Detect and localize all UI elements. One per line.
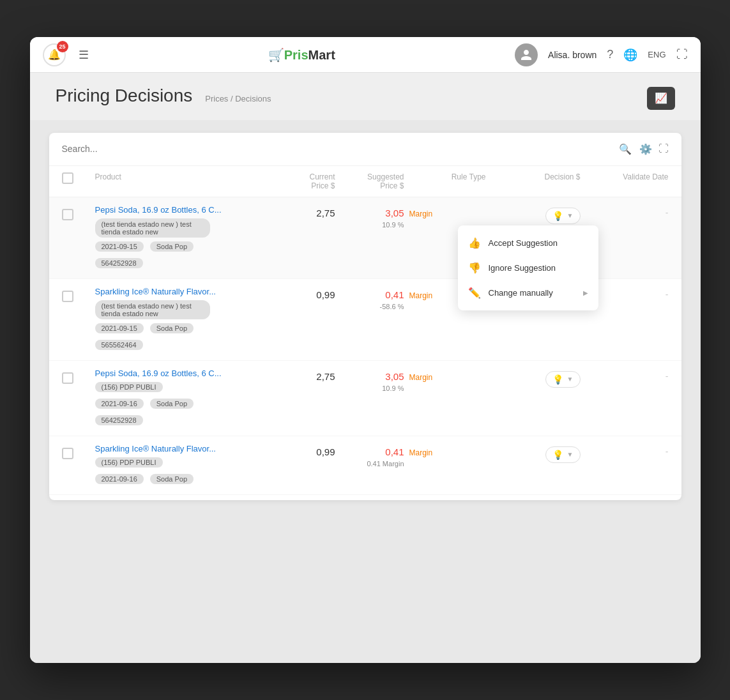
suggested-price-cell-2: 0,41 -58.6 % (340, 287, 404, 310)
product-tags-2: (test tienda estado new ) test tienda es… (95, 300, 266, 319)
filter-icon[interactable]: ⚙️ (639, 143, 652, 155)
rule-type-3: Margin (409, 369, 486, 383)
help-icon[interactable]: ? (607, 48, 613, 61)
validate-1: - (586, 205, 669, 218)
dropdown-arrow-4: ▼ (567, 451, 574, 458)
col-decision: Decision $ (491, 172, 581, 190)
product-tag-cat-4: Soda Pop (150, 474, 194, 484)
suggested-price-pct-2: -58.6 % (340, 303, 404, 310)
trend-button[interactable]: 📈 (647, 87, 675, 110)
header-actions: 📈 (647, 87, 675, 110)
product-tags-1: (test tienda estado new ) test tienda es… (95, 218, 266, 238)
row-checkbox-1[interactable] (62, 209, 73, 220)
product-name-2[interactable]: Sparkling Ice® Naturally Flavor... (95, 287, 266, 296)
dropdown-menu: 👍 Accept Suggestion 👎 Ignore Suggestion … (458, 225, 598, 310)
change-manually-label: Change manually (489, 288, 575, 298)
product-tag-date-1: 2021-09-15 (95, 241, 144, 252)
main-card: 🔍 ⚙️ ⛶ Product CurrentPrice $ SuggestedP… (49, 133, 681, 500)
ignore-suggestion-item[interactable]: 👎 Ignore Suggestion (458, 255, 598, 280)
product-tag-cat-3: Soda Pop (150, 399, 194, 409)
rule-badge-3: Margin (409, 373, 433, 382)
col-suggested-price: SuggestedPrice $ (340, 172, 404, 190)
product-tag-store-1: (test tienda estado new ) test tienda es… (95, 218, 210, 238)
search-bar: 🔍 ⚙️ ⛶ (49, 133, 681, 166)
edit-icon: ✏️ (468, 287, 481, 299)
accept-suggestion-label: Accept Suggestion (489, 238, 588, 248)
product-info-4: Sparkling Ice® Naturally Flavor... (156)… (95, 444, 266, 487)
product-tag-store-3: (156) PDP PUBLI (95, 382, 163, 392)
submenu-arrow: ▶ (583, 289, 588, 296)
suggested-price-cell-3: 3,05 10.9 % (340, 369, 404, 392)
thumbs-up-icon: 👍 (468, 237, 481, 249)
row-checkbox-4[interactable] (62, 448, 73, 459)
product-tags-4: (156) PDP PUBLI (95, 457, 266, 470)
product-tag-date-4: 2021-09-16 (95, 474, 144, 484)
col-rule-type: Rule Type (409, 172, 486, 190)
fullscreen-icon[interactable]: ⛶ (676, 48, 688, 61)
validate-4: - (586, 444, 669, 457)
user-name: Alisa. brown (548, 50, 597, 60)
rule-type-4: Margin (409, 444, 486, 458)
search-icon: 🔍 (619, 143, 632, 155)
product-name-1[interactable]: Pepsi Soda, 16.9 oz Bottles, 6 C... (95, 205, 266, 215)
current-price-1: 2,75 (271, 205, 335, 218)
product-name-3[interactable]: Pepsi Soda, 16.9 oz Bottles, 6 C... (95, 369, 266, 378)
col-product: Product (95, 172, 266, 190)
decision-button-3[interactable]: 💡 ▼ (545, 371, 581, 388)
search-input[interactable] (62, 144, 611, 154)
expand-icon[interactable]: ⛶ (658, 143, 669, 155)
logo-area: 🛒PrisMart (268, 47, 335, 63)
bulb-icon-1: 💡 (552, 211, 563, 221)
ignore-suggestion-label: Ignore Suggestion (489, 263, 588, 273)
suggested-price-value-2: 0,41 (340, 289, 404, 300)
product-info-3: Pepsi Soda, 16.9 oz Bottles, 6 C... (156… (95, 369, 266, 428)
navbar: 🔔 25 ☰ 🛒PrisMart Alisa. brown ? 🌐 ENG ⛶ (30, 37, 701, 73)
suggested-price-cell-4: 0,41 0.41 Margin (340, 444, 404, 468)
menu-icon[interactable]: ☰ (79, 48, 89, 62)
suggested-price-pct-4: 0.41 Margin (340, 460, 404, 468)
decision-cell-4: 💡 ▼ (491, 444, 581, 463)
table-row: Sparkling Ice® Naturally Flavor... (156)… (49, 436, 681, 495)
avatar (515, 43, 538, 66)
page-header: Pricing Decisions Prices / Decisions 📈 (30, 73, 701, 120)
suggested-price-pct-1: 10.9 % (340, 221, 404, 229)
accept-suggestion-item[interactable]: 👍 Accept Suggestion (458, 231, 598, 255)
suggested-price-cell-1: 3,05 10.9 % (340, 205, 404, 229)
table-header: Product CurrentPrice $ SuggestedPrice $ … (49, 166, 681, 197)
product-tag-store-4: (156) PDP PUBLI (95, 457, 163, 468)
breadcrumb: Prices / Decisions (205, 94, 271, 103)
app-window: 🔔 25 ☰ 🛒PrisMart Alisa. brown ? 🌐 ENG ⛶ … (30, 37, 701, 663)
language-icon[interactable]: 🌐 (623, 48, 637, 62)
page-title: Pricing Decisions (56, 86, 193, 106)
product-name-4[interactable]: Sparkling Ice® Naturally Flavor... (95, 444, 266, 453)
logo-prefix: Pris (284, 48, 308, 62)
suggested-price-value-1: 3,05 (340, 208, 404, 218)
rule-type-1: Margin (409, 205, 486, 219)
thumbs-down-icon: 👎 (468, 262, 481, 274)
product-info-2: Sparkling Ice® Naturally Flavor... (test… (95, 287, 266, 353)
product-tag-cat-2: Soda Pop (150, 323, 194, 333)
row-checkbox-3[interactable] (62, 372, 73, 384)
trend-icon: 📈 (655, 92, 667, 104)
notification-button[interactable]: 🔔 25 (43, 43, 66, 66)
lang-label[interactable]: ENG (648, 50, 665, 59)
logo-suffix: Mart (308, 48, 335, 62)
product-tag-date-3: 2021-09-16 (95, 399, 144, 409)
suggested-price-value-4: 0,41 (340, 446, 404, 457)
current-price-2: 0,99 (271, 287, 335, 300)
navbar-right: Alisa. brown ? 🌐 ENG ⛶ (515, 43, 687, 66)
product-tag-store-2: (test tienda estado new ) test tienda es… (95, 300, 210, 319)
navbar-left: 🔔 25 ☰ (43, 43, 89, 66)
decision-button-4[interactable]: 💡 ▼ (545, 446, 581, 463)
product-tag-date-2: 2021-09-15 (95, 323, 144, 333)
current-price-4: 0,99 (271, 444, 335, 457)
app-logo: 🛒PrisMart (268, 47, 335, 63)
table-row: Pepsi Soda, 16.9 oz Bottles, 6 C... (156… (49, 361, 681, 436)
decision-button-1[interactable]: 💡 ▼ (545, 208, 581, 224)
decision-cell-1: 💡 ▼ (491, 205, 581, 224)
product-sku-3: 564252928 (95, 415, 143, 425)
change-manually-item[interactable]: ✏️ Change manually ▶ (458, 280, 598, 305)
col-current-price: CurrentPrice $ (271, 172, 335, 190)
select-all-checkbox[interactable] (62, 172, 73, 184)
row-checkbox-2[interactable] (62, 291, 73, 302)
